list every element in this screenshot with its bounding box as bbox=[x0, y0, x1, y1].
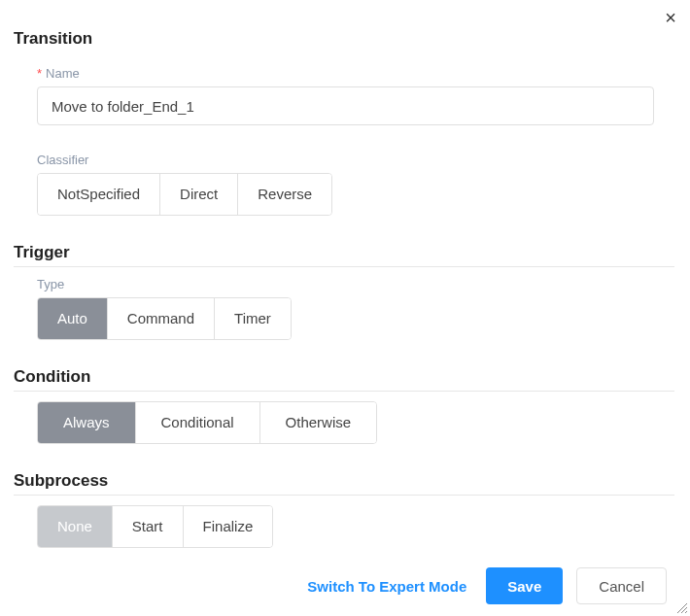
condition-option-always[interactable]: Always bbox=[38, 402, 136, 443]
name-input[interactable] bbox=[37, 86, 654, 125]
trigger-option-timer[interactable]: Timer bbox=[215, 298, 291, 339]
subprocess-option-finalize[interactable]: Finalize bbox=[184, 506, 273, 547]
resize-handle-icon[interactable] bbox=[674, 600, 688, 614]
subprocess-block: None Start Finalize bbox=[14, 505, 674, 548]
subprocess-options: None Start Finalize bbox=[37, 505, 273, 548]
cancel-button[interactable]: Cancel bbox=[576, 567, 667, 604]
subprocess-option-start[interactable]: Start bbox=[113, 506, 184, 547]
trigger-title: Trigger bbox=[14, 243, 674, 267]
name-field-block: *Name bbox=[14, 66, 674, 125]
condition-option-otherwise[interactable]: Otherwise bbox=[260, 402, 377, 443]
switch-expert-mode-link[interactable]: Switch To Expert Mode bbox=[301, 570, 472, 602]
condition-title: Condition bbox=[14, 367, 674, 392]
dialog-footer: Switch To Expert Mode Save Cancel bbox=[14, 567, 667, 604]
trigger-type-label: Type bbox=[37, 277, 674, 291]
classifier-options: NotSpecified Direct Reverse bbox=[37, 173, 332, 216]
classifier-option-notspecified[interactable]: NotSpecified bbox=[38, 174, 160, 215]
dialog-scroll-area[interactable]: Transition *Name Classifier NotSpecified… bbox=[0, 0, 686, 558]
classifier-label: Classifier bbox=[37, 153, 674, 167]
classifier-block: Classifier NotSpecified Direct Reverse bbox=[14, 153, 674, 216]
name-label-text: Name bbox=[46, 66, 80, 81]
trigger-options: Auto Command Timer bbox=[37, 297, 292, 340]
transition-dialog: × Transition *Name Classifier NotSpecifi… bbox=[0, 0, 690, 616]
condition-options: Always Conditional Otherwise bbox=[37, 401, 377, 444]
trigger-option-command[interactable]: Command bbox=[108, 298, 215, 339]
subprocess-option-none[interactable]: None bbox=[38, 506, 113, 547]
dialog-title: Transition bbox=[14, 29, 674, 52]
required-mark: * bbox=[37, 66, 42, 81]
trigger-block: Type Auto Command Timer bbox=[14, 277, 674, 340]
subprocess-title: Subprocess bbox=[14, 471, 674, 496]
svg-line-2 bbox=[685, 611, 687, 613]
save-button[interactable]: Save bbox=[486, 567, 563, 604]
name-label: *Name bbox=[37, 66, 674, 81]
classifier-option-direct[interactable]: Direct bbox=[160, 174, 238, 215]
condition-option-conditional[interactable]: Conditional bbox=[136, 402, 260, 443]
condition-block: Always Conditional Otherwise bbox=[14, 401, 674, 444]
classifier-option-reverse[interactable]: Reverse bbox=[238, 174, 331, 215]
trigger-option-auto[interactable]: Auto bbox=[38, 298, 108, 339]
